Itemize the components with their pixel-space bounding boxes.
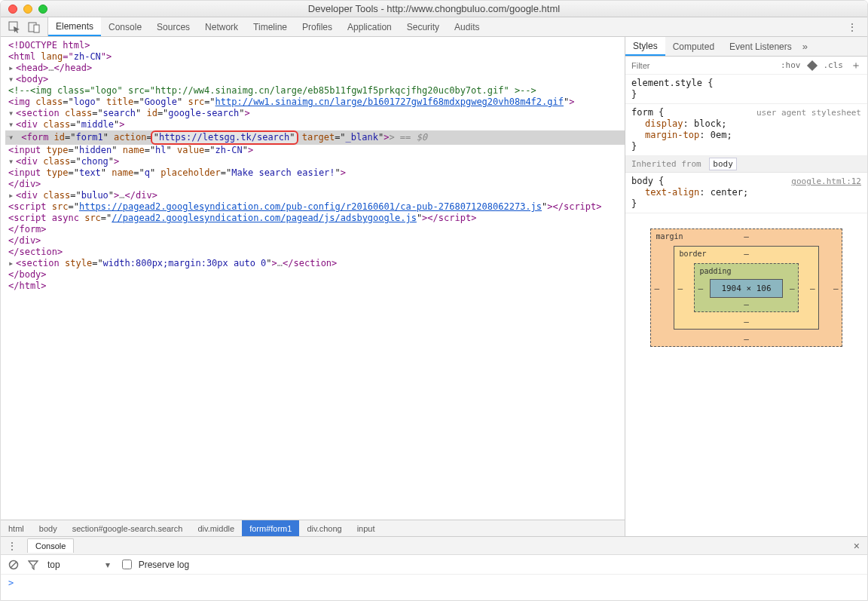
box-model-border[interactable]: border – – – – padding – – – 1904 × 106 [674,246,818,330]
script1-node[interactable]: <script src="https://pagead2.googlesyndi… [8,201,602,212]
tab-application[interactable]: Application [340,17,399,36]
hidden-input-node[interactable]: <input type="hidden" name="hl" value="zh… [8,145,253,155]
div-middle-open[interactable]: <div class="middle"> [16,119,125,130]
expand-arrow-icon[interactable] [8,258,16,269]
body-close[interactable]: </body> [8,269,47,280]
inherited-label: Inherited from [631,159,701,169]
crumb-form[interactable]: form#form1 [242,520,299,536]
bm-value: – [744,333,749,345]
bm-value: – [654,282,659,293]
text-input-node[interactable]: <input type="text" name="q" placeholder=… [8,167,346,178]
bm-label-border: border [679,248,706,259]
comment-node[interactable]: <!--<img class="logo" src="http://ww4.si… [8,85,536,96]
expand-arrow-icon[interactable] [8,119,16,130]
section-close[interactable]: </section> [8,247,63,257]
section-search-open[interactable]: <section class="search" id="google-searc… [16,108,250,118]
form-node-selected[interactable]: ⋯ <form id="form1" action="https://letsg… [5,130,625,145]
styles-rules[interactable]: element.style { } user agent stylesheet … [625,75,867,536]
device-toggle-icon[interactable] [28,21,40,33]
source-link[interactable]: google.html:12 [791,176,861,187]
img-node[interactable]: <img class="logo" title="Google" src="ht… [8,97,574,107]
prop-name: text-align [645,187,699,198]
context-selector[interactable]: top ▾ [47,560,110,570]
bm-value: – [810,282,815,293]
drawer-close-icon[interactable]: × [846,540,867,552]
div-chong-open[interactable]: <div class="chong"> [16,156,119,167]
box-model-content[interactable]: 1904 × 106 [710,279,782,298]
div-middle-close[interactable]: </div> [8,235,41,246]
expand-arrow-icon[interactable] [8,74,16,85]
form-close[interactable]: </form> [8,224,47,235]
prop-value: center; [711,187,749,198]
inherited-selector[interactable]: body [709,158,737,170]
toolbar-left-icons [1,17,48,36]
crumb-section[interactable]: section#google-search.search [65,520,191,536]
panel-tabs: Elements Console Sources Network Timelin… [48,17,487,36]
div-buluo[interactable]: <div class="buluo">…</div> [16,190,157,201]
bm-value: – [790,282,795,293]
drawer-kebab-icon[interactable]: ⋮ [1,540,24,552]
tab-security[interactable]: Security [399,17,447,36]
crumb-body[interactable]: body [32,520,65,536]
tab-sources[interactable]: Sources [149,17,197,36]
html-open[interactable]: <html lang="zh-CN"> [8,51,112,62]
pin-icon[interactable] [806,60,817,70]
prop-name: margin-top [645,130,699,140]
svg-rect-2 [34,25,39,32]
titlebar: Developer Tools - http://www.chongbuluo.… [1,1,867,17]
preserve-log-input[interactable] [122,560,132,569]
section2-node[interactable]: <section style="width:800px;margin:30px … [16,258,337,268]
rule-element-style[interactable]: element.style { } [625,75,867,104]
new-rule-icon[interactable]: ＋ [851,59,861,72]
expand-arrow-icon[interactable] [8,108,16,119]
kebab-menu-icon[interactable]: ⋮ [847,21,858,33]
dom-tree[interactable]: <!DOCTYPE html> <html lang="zh-CN"> <hea… [1,37,625,520]
prop-name: display [645,118,683,129]
expand-arrow-icon[interactable] [8,156,16,167]
box-model-margin[interactable]: margin – – – – border – – – – padding [650,228,842,347]
body-open[interactable]: <body> [16,74,48,84]
tab-timeline[interactable]: Timeline [246,17,295,36]
html-close[interactable]: </html> [8,281,47,291]
styles-filter-input[interactable] [625,61,775,70]
inspect-element-icon[interactable] [8,21,20,33]
expand-arrow-icon[interactable] [8,190,16,201]
crumb-input[interactable]: input [350,520,383,536]
prop-value: 0em; [711,130,732,140]
crumb-middle[interactable]: div.middle [190,520,242,536]
cls-toggle[interactable]: .cls [824,60,844,70]
preserve-log-label: Preserve log [139,560,189,570]
devtools-window: Developer Tools - http://www.chongbuluo.… [0,0,868,601]
console-body[interactable]: > [1,575,867,600]
bm-value: – [744,316,749,327]
div-chong-close[interactable]: </div> [8,179,41,189]
box-model: margin – – – – border – – – – padding [625,213,867,354]
more-tabs-icon[interactable]: » [802,37,808,56]
tab-console[interactable]: Console [101,17,149,36]
tab-event-listeners[interactable]: Event Listeners [722,37,799,56]
bm-value: – [698,282,703,293]
head-node[interactable]: <head>…</head> [16,63,92,73]
doctype-node[interactable]: <!DOCTYPE html> [8,40,90,51]
clear-console-icon[interactable] [8,560,19,570]
filter-icon[interactable] [28,560,38,570]
rule-body[interactable]: google.html:12 body { text-align: center… [625,173,867,213]
tab-styles[interactable]: Styles [625,37,665,56]
crumb-chong[interactable]: div.chong [299,520,349,536]
tab-computed[interactable]: Computed [665,37,722,56]
tab-profiles[interactable]: Profiles [295,17,340,36]
hov-toggle[interactable]: :hov [781,60,801,70]
preserve-log-checkbox[interactable]: Preserve log [119,557,189,572]
crumb-html[interactable]: html [1,520,32,536]
script2-node[interactable]: <script async src="//pagead2.googlesyndi… [8,213,476,223]
rule-form[interactable]: user agent stylesheet form { display: bl… [625,104,867,156]
box-model-padding[interactable]: padding – – – 1904 × 106 [694,263,798,312]
tab-audits[interactable]: Audits [447,17,487,36]
drawer-tab-console[interactable]: Console [27,538,74,553]
expand-arrow-icon[interactable] [8,63,16,74]
console-drawer: ⋮ Console × top ▾ Preserve log > [1,536,867,600]
tab-elements[interactable]: Elements [48,17,101,36]
bm-value: – [744,231,749,242]
ua-stylesheet-label: user agent stylesheet [756,107,861,118]
tab-network[interactable]: Network [197,17,246,36]
